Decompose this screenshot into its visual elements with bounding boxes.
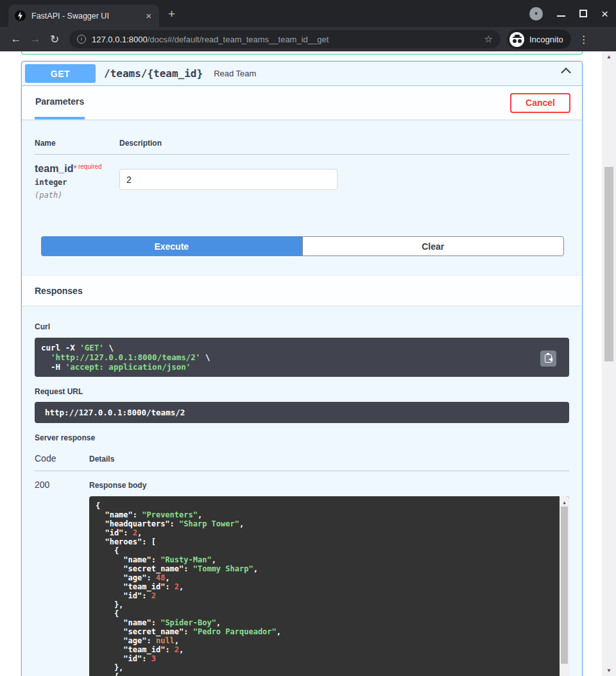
browser-menu-button[interactable]: ⋮ [579,33,589,46]
minimize-button[interactable] [557,15,565,17]
param-location: (path) [35,191,119,200]
responses-title: Responses [35,286,83,296]
responses-content: Curl curl -X 'GET' \ 'http://127.0.0.1:8… [22,306,582,676]
execute-button[interactable]: Execute [41,236,302,256]
page-content: GET /teams/{team_id} Read Team Parameter… [0,51,616,676]
site-info-icon[interactable]: i [77,35,86,44]
collapse-button[interactable] [561,67,573,80]
curl-code-block: curl -X 'GET' \ 'http://127.0.0.1:8000/t… [35,338,569,377]
page-scrollbar-thumb[interactable] [604,167,613,361]
tab-parameters[interactable]: Parameters [35,86,85,119]
maximize-button[interactable] [579,10,587,17]
execute-row: Execute Clear [41,236,564,256]
response-scrollbar-thumb[interactable] [561,507,568,664]
tab-title: FastAPI - Swagger UI [31,12,144,21]
incognito-badge: Incognito [507,30,571,49]
name-column-header: Name [35,139,119,148]
operation-summary: Read Team [214,69,256,78]
copy-curl-button[interactable]: ◀ [540,351,556,367]
method-badge: GET [25,64,96,83]
previous-operation-block-edge [21,51,583,55]
parameters-section-header: Parameters Cancel [22,86,582,119]
param-type: integer [35,178,119,187]
scroll-up-icon[interactable]: ▲ [560,498,569,507]
address-bar[interactable]: i 127.0.0.1:8000/docs#/default/read_team… [69,30,501,48]
url-text: 127.0.0.1:8000/docs#/default/read_team_t… [92,35,479,44]
code-column-header: Code [35,453,89,464]
curl-label: Curl [35,322,569,331]
response-body-block: { "name": "Preventers", "headquarters": … [89,496,569,676]
chevron-up-icon [561,67,571,78]
incognito-icon [509,32,524,47]
response-body-scrollbar[interactable]: ▲ [560,496,569,676]
details-column-header: Details [89,453,114,464]
required-asterisk: * [73,163,76,173]
browser-titlebar: FastAPI - Swagger UI × + ▾ × [0,0,616,27]
url-host: 127.0.0.1:8000 [92,35,148,44]
back-button[interactable]: ← [6,33,26,46]
browser-toolbar: ← → ↻ i 127.0.0.1:8000/docs#/default/rea… [0,27,616,51]
responses-section-header: Responses [22,275,582,306]
url-path: /docs#/default/read_team_teams__team_id_… [148,35,329,44]
response-body-label: Response body [89,481,569,490]
team-id-input[interactable] [119,169,338,190]
parameter-row: team_id*required integer (path) [35,155,569,200]
tab-search-button[interactable]: ▾ [529,7,543,21]
clipboard-icon: ◀ [545,354,552,363]
parameters-table: Name Description team_id*required intege… [22,119,582,200]
description-column-header: Description [119,139,569,148]
page-scroll-up-icon[interactable]: ▲ [602,54,616,60]
server-response-label: Server response [35,433,569,442]
response-row: 200 Response body { "name": "Preventers"… [35,471,569,676]
bookmark-star-icon[interactable]: ☆ [484,33,493,45]
operation-header[interactable]: GET /teams/{team_id} Read Team [22,62,582,86]
new-tab-button[interactable]: + [168,8,175,20]
required-label: required [78,163,102,170]
fastapi-favicon-icon [15,10,26,21]
tab-close-icon[interactable]: × [144,10,153,21]
clear-button[interactable]: Clear [302,236,565,256]
page-scroll-down-icon[interactable]: ▼ [602,668,616,673]
request-url-block: http://127.0.0.1:8000/teams/2 [35,402,569,423]
forward-button[interactable]: → [26,33,45,46]
lightning-bolt-icon [17,12,24,20]
page-scrollbar[interactable]: ▲ ▼ [602,51,616,676]
param-name: team_id [35,163,73,174]
reload-button[interactable]: ↻ [45,33,64,46]
browser-tab[interactable]: FastAPI - Swagger UI × [8,4,159,27]
incognito-label: Incognito [529,35,563,44]
operation-block-get-team: GET /teams/{team_id} Read Team Parameter… [21,61,583,676]
operation-path: /teams/{team_id} [104,67,203,80]
request-url-label: Request URL [35,387,569,396]
status-code: 200 [35,480,89,676]
cancel-button[interactable]: Cancel [510,93,570,113]
window-close-button[interactable]: × [601,8,608,20]
